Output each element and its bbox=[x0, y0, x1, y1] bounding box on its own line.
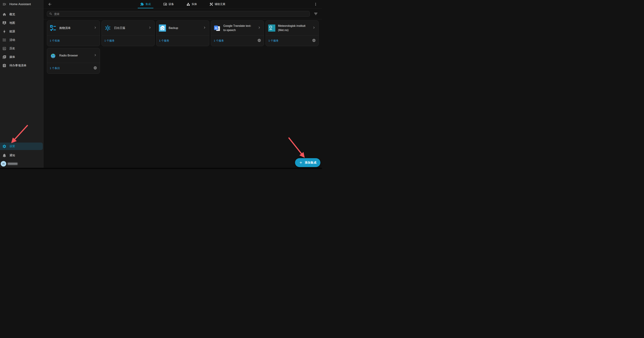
sidebar-item-overview[interactable]: 概览 bbox=[0, 10, 43, 19]
chart-box-icon bbox=[2, 46, 6, 50]
sidebar-item-label: 设置 bbox=[10, 144, 15, 148]
sidebar-item-map[interactable]: 地图 bbox=[0, 19, 43, 27]
cloud-globe-icon bbox=[93, 66, 97, 70]
tab-bar: 集成 设备 实体 辅助元素 bbox=[44, 0, 322, 8]
tab-devices[interactable]: 设备 bbox=[161, 0, 176, 8]
met-no-logo bbox=[268, 24, 275, 32]
chevron-right-icon[interactable] bbox=[257, 26, 261, 30]
card-footer: 1 个服务 bbox=[102, 36, 154, 46]
integration-card-met-no[interactable]: Meteorologisk institutt (Met.no) 1 个服务 bbox=[266, 20, 319, 46]
integration-card-radio-browser[interactable]: ♪♪ Radio Browser 1 个条目 bbox=[47, 48, 100, 74]
sun-icon bbox=[104, 24, 111, 32]
sidebar-item-label: 能源 bbox=[10, 30, 15, 33]
chevron-right-icon[interactable] bbox=[312, 26, 316, 30]
tab-integrations[interactable]: 集成 bbox=[138, 0, 153, 8]
integrations-grid: 购物清单 1 个实体 日出日落 1 个服务 bbox=[44, 19, 322, 74]
chevron-right-icon[interactable] bbox=[93, 26, 97, 30]
add-integration-label: 添加集成 bbox=[305, 161, 316, 164]
clipboard-list-icon bbox=[2, 64, 6, 68]
main-content: 集成 设备 实体 辅助元素 bbox=[44, 0, 322, 169]
tab-entities[interactable]: 实体 bbox=[184, 0, 200, 8]
tab-helpers[interactable]: 辅助元素 bbox=[207, 0, 228, 8]
sidebar-item-todo[interactable]: 待办事项清单 bbox=[0, 61, 43, 70]
sidebar-item-label: 历史 bbox=[10, 47, 15, 50]
card-footer: 1 个服务 bbox=[211, 36, 264, 46]
integration-card-sun[interactable]: 日出日落 1 个服务 bbox=[102, 20, 154, 46]
app-title: Home Assistant bbox=[10, 2, 31, 6]
sidebar-item-label: 概览 bbox=[10, 12, 15, 16]
sidebar-item-logbook[interactable]: 活动 bbox=[0, 36, 43, 44]
sidebar-item-history[interactable]: 历史 bbox=[0, 44, 43, 53]
dots-vertical-icon bbox=[314, 2, 318, 6]
avatar[interactable]: H bbox=[1, 161, 6, 166]
entries-link[interactable]: 1 个条目 bbox=[50, 66, 60, 70]
top-bar: 集成 设备 实体 辅助元素 bbox=[44, 0, 322, 8]
services-link[interactable]: 1 个服务 bbox=[104, 39, 115, 42]
screen-bottom-strip bbox=[0, 168, 322, 169]
sidebar-item-settings[interactable]: 设置 bbox=[0, 142, 43, 150]
card-header[interactable]: 购物清单 bbox=[47, 20, 100, 36]
plus-icon bbox=[299, 161, 303, 164]
sidebar-nav: 概览 地图 能源 活动 历史 媒体 bbox=[0, 10, 43, 70]
sidebar-item-energy[interactable]: 能源 bbox=[0, 27, 43, 36]
card-header[interactable]: 文G Google Translate text-to-speech bbox=[211, 20, 264, 36]
integration-card-shopping-list[interactable]: 购物清单 1 个实体 bbox=[47, 20, 100, 46]
integration-card-google-translate[interactable]: 文G Google Translate text-to-speech 1 个服务 bbox=[211, 20, 264, 46]
integration-name: Google Translate text-to-speech bbox=[223, 24, 254, 32]
shape-icon bbox=[186, 2, 190, 6]
puzzle-icon bbox=[140, 2, 144, 6]
card-footer: 1 个条目 bbox=[47, 63, 100, 74]
sidebar-item-media[interactable]: 媒体 bbox=[0, 53, 43, 61]
list-bulleted-type-icon bbox=[2, 38, 6, 42]
integration-name: 购物清单 bbox=[59, 26, 90, 30]
overflow-menu-button[interactable] bbox=[313, 2, 318, 7]
search-box[interactable] bbox=[47, 11, 310, 17]
cloud-globe-icon bbox=[312, 38, 316, 43]
search-input[interactable] bbox=[54, 12, 308, 16]
sidebar-header: Home Assistant bbox=[0, 0, 43, 8]
sidebar-profile[interactable]: H bbox=[0, 160, 43, 168]
services-link[interactable]: 1 个服务 bbox=[268, 39, 279, 42]
card-header[interactable]: Meteorologisk institutt (Met.no) bbox=[266, 20, 318, 36]
filter-button[interactable] bbox=[313, 11, 319, 17]
card-footer: 1 个服务 bbox=[156, 36, 209, 46]
back-button[interactable] bbox=[47, 2, 53, 7]
card-footer: 1 个实体 bbox=[47, 36, 100, 46]
cloud-globe-icon bbox=[258, 38, 261, 43]
chevron-right-icon[interactable] bbox=[202, 26, 206, 30]
card-header[interactable]: Backup bbox=[156, 20, 209, 36]
card-header[interactable]: ♪♪ Radio Browser bbox=[47, 48, 100, 63]
sidebar-item-notifications[interactable]: 通知 bbox=[0, 151, 43, 160]
menu-open-icon bbox=[2, 2, 6, 6]
add-integration-button[interactable]: 添加集成 bbox=[295, 158, 320, 167]
sidebar-item-label: 媒体 bbox=[10, 55, 15, 59]
sidebar-toggle-button[interactable] bbox=[2, 2, 6, 6]
integration-name: Meteorologisk institutt (Met.no) bbox=[278, 24, 309, 32]
tooltip-account-icon bbox=[2, 21, 6, 25]
search-icon bbox=[49, 12, 52, 16]
services-link[interactable]: 1 个服务 bbox=[214, 39, 224, 42]
lightning-bolt-icon bbox=[2, 30, 6, 34]
integration-name: Backup bbox=[169, 26, 200, 30]
filter-variant-icon bbox=[314, 12, 318, 16]
sidebar-item-label: 地图 bbox=[10, 21, 15, 25]
services-link[interactable]: 1 个服务 bbox=[159, 39, 169, 42]
entities-link[interactable]: 1 个实体 bbox=[50, 39, 60, 42]
tab-label: 设备 bbox=[169, 2, 174, 6]
sidebar-item-label: 通知 bbox=[10, 154, 15, 157]
home-assistant-app: Home Assistant 概览 地图 能源 活动 历史 bbox=[0, 0, 322, 169]
integration-name: 日出日落 bbox=[114, 26, 145, 30]
card-footer: 1 个服务 bbox=[266, 36, 318, 46]
bell-icon bbox=[2, 154, 6, 158]
arrow-left-icon bbox=[48, 2, 52, 6]
search-toolbar bbox=[44, 8, 322, 19]
radio-browser-logo: ♪♪ bbox=[50, 52, 57, 59]
chevron-right-icon[interactable] bbox=[93, 53, 97, 58]
gear-icon bbox=[2, 144, 6, 148]
integration-card-backup[interactable]: Backup 1 个服务 bbox=[156, 20, 209, 46]
backup-logo bbox=[159, 24, 166, 32]
google-translate-logo: 文G bbox=[214, 24, 221, 32]
tab-label: 辅助元素 bbox=[215, 2, 226, 6]
chevron-right-icon[interactable] bbox=[148, 26, 152, 30]
card-header[interactable]: 日出日落 bbox=[102, 20, 154, 36]
